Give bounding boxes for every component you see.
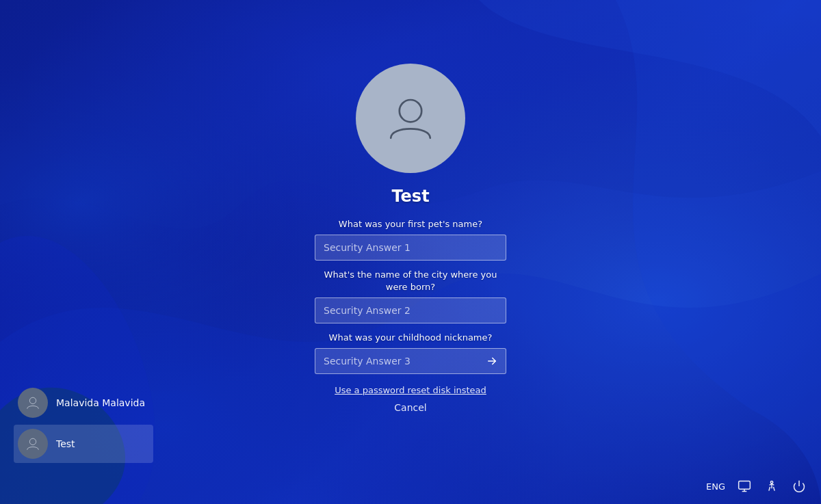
svg-point-3 — [400, 100, 421, 122]
question-1-label: What was your first pet's name? — [315, 218, 506, 230]
avatar — [356, 64, 465, 173]
language-indicator[interactable]: ENG — [706, 481, 725, 492]
answer-3-container — [315, 348, 506, 374]
security-questions-form: What was your first pet's name? What's t… — [315, 218, 506, 414]
user-name-malavida: Malavida Malavida — [56, 397, 145, 408]
svg-rect-7 — [739, 481, 751, 490]
svg-point-5 — [29, 397, 36, 403]
user-item-test[interactable]: Test — [14, 425, 153, 463]
display-icon[interactable] — [736, 478, 753, 494]
user-item-malavida[interactable]: Malavida Malavida — [14, 384, 153, 422]
user-list: Malavida Malavida Test — [14, 384, 153, 463]
question-3-label: What was your childhood nickname? — [315, 332, 506, 344]
user-avatar-test — [18, 429, 48, 459]
power-icon[interactable] — [791, 478, 807, 494]
reset-disk-link[interactable]: Use a password reset disk instead — [315, 385, 506, 395]
svg-point-10 — [770, 481, 772, 483]
answer-1-input[interactable] — [315, 235, 506, 261]
submit-arrow-button[interactable] — [483, 352, 501, 370]
svg-point-6 — [29, 438, 36, 445]
cancel-button[interactable]: Cancel — [315, 402, 506, 413]
username-display: Test — [391, 187, 429, 206]
taskbar-right: ENG — [706, 478, 807, 494]
user-avatar-malavida — [18, 388, 48, 418]
question-2-label: What's the name of the city where you we… — [315, 269, 506, 293]
answer-3-input[interactable] — [315, 348, 506, 374]
answer-2-input[interactable] — [315, 297, 506, 323]
accessibility-icon[interactable] — [764, 478, 780, 494]
user-name-test: Test — [56, 438, 75, 449]
